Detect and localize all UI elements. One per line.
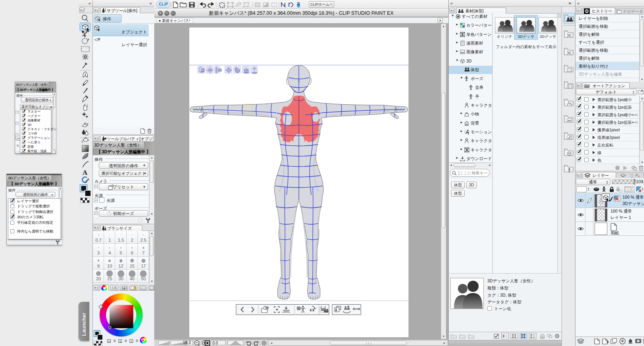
svg-text:A: A <box>82 169 88 176</box>
